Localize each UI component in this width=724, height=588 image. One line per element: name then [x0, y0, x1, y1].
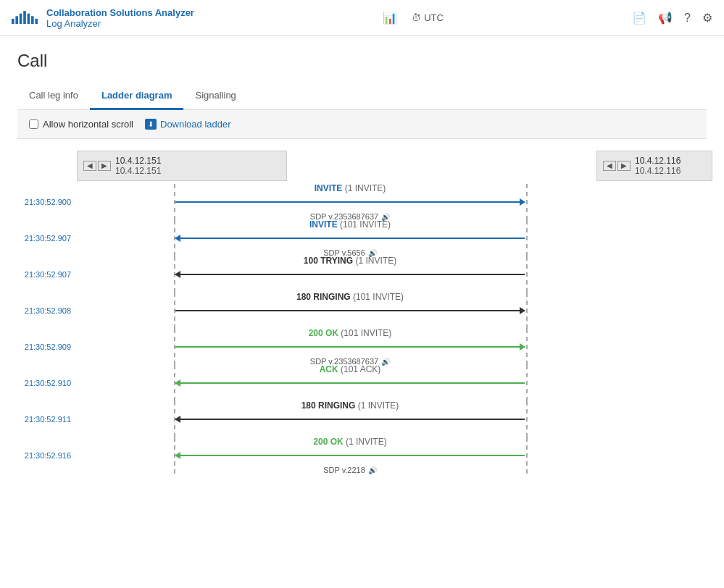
- vline-right: [526, 256, 528, 293]
- message-time: 21:30:52.907: [12, 234, 77, 243]
- message-time: 21:30:52.908: [12, 306, 77, 315]
- tab-ladder-diagram[interactable]: Ladder diagram: [90, 83, 184, 110]
- header-center: 📊 ⏱ UTC: [194, 11, 632, 25]
- node2-prev-btn[interactable]: ◀: [603, 161, 616, 171]
- svg-rect-1: [15, 16, 18, 24]
- vline-right: [526, 365, 528, 401]
- message-track: 180 RINGING (1 INVITE): [77, 401, 712, 437]
- cisco-logo: [12, 5, 38, 31]
- node1-header-container: ◀ ▶ 10.4.12.151 10.4.12.151: [77, 151, 287, 181]
- message-label: 100 TRYING (1 INVITE): [175, 256, 525, 266]
- message-arrow[interactable]: 200 OK (1 INVITE)SDP v.2218🔊: [175, 448, 525, 463]
- app-title: Collaboration Solutions Analyzer Log Ana…: [46, 7, 194, 29]
- tab-signalling[interactable]: Signalling: [183, 83, 247, 110]
- message-time: 21:30:52.911: [12, 415, 77, 424]
- message-track: ACK (101 ACK): [77, 365, 712, 401]
- message-time: 21:30:52.910: [12, 379, 77, 387]
- clock-icon: ⏱: [412, 12, 421, 23]
- message-arrow[interactable]: 180 RINGING (1 INVITE): [175, 412, 525, 427]
- message-arrow[interactable]: 100 TRYING (1 INVITE): [175, 267, 525, 282]
- message-label: 180 RINGING (101 INVITE): [175, 292, 525, 302]
- message-rows: 21:30:52.900INVITE (1 INVITE)SDP v.23536…: [12, 184, 712, 474]
- message-time: 21:30:52.900: [12, 198, 77, 206]
- header-right: 📄 📢 ? ⚙: [632, 11, 712, 25]
- node2-ip2: 10.4.12.116: [635, 166, 681, 176]
- message-arrow[interactable]: INVITE (1 INVITE)SDP v.2353687637🔊: [175, 195, 525, 209]
- horizontal-scroll-checkbox-label[interactable]: Allow horizontal scroll: [29, 119, 133, 130]
- app-title-main: Collaboration Solutions Analyzer: [46, 7, 194, 18]
- svg-rect-3: [23, 11, 26, 24]
- message-time: 21:30:52.916: [12, 451, 77, 460]
- message-arrow[interactable]: 200 OK (101 INVITE)SDP v.2353687637🔊: [175, 340, 525, 354]
- node-spacer: [287, 151, 596, 181]
- message-arrow[interactable]: INVITE (101 INVITE)SDP v.5656🔊: [175, 231, 525, 245]
- megaphone-icon[interactable]: 📢: [658, 11, 673, 25]
- ladder-diagram: ◀ ▶ 10.4.12.151 10.4.12.151 ◀ ▶: [12, 151, 712, 474]
- message-row: 21:30:52.909200 OK (101 INVITE)SDP v.235…: [12, 329, 712, 365]
- message-row: 21:30:52.916200 OK (1 INVITE)SDP v.2218🔊: [12, 437, 712, 474]
- message-label: 200 OK (1 INVITE): [175, 437, 525, 447]
- message-track: 200 OK (1 INVITE)SDP v.2218🔊: [77, 437, 712, 474]
- message-row: 21:30:52.907INVITE (101 INVITE)SDP v.565…: [12, 220, 712, 256]
- vline-right: [526, 401, 528, 437]
- utc-label: UTC: [424, 12, 444, 23]
- message-track: 200 OK (101 INVITE)SDP v.2353687637🔊: [77, 329, 712, 365]
- node2-next-btn[interactable]: ▶: [617, 161, 631, 171]
- message-row: 21:30:52.911180 RINGING (1 INVITE): [12, 401, 712, 437]
- vline-right: [526, 293, 528, 329]
- message-time: 21:30:52.909: [12, 343, 77, 351]
- message-track: 180 RINGING (101 INVITE): [77, 293, 712, 329]
- download-ladder-button[interactable]: ⬇ Download ladder: [145, 119, 231, 130]
- message-row: 21:30:52.900INVITE (1 INVITE)SDP v.23536…: [12, 184, 712, 220]
- vline-right: [526, 437, 528, 474]
- svg-rect-0: [12, 18, 14, 23]
- message-label: INVITE (1 INVITE): [175, 183, 525, 193]
- chart-icon[interactable]: 📊: [383, 11, 397, 25]
- page-content: Call Call leg info Ladder diagram Signal…: [0, 36, 724, 139]
- toolbar: Allow horizontal scroll ⬇ Download ladde…: [17, 110, 707, 139]
- message-row: 21:30:52.908180 RINGING (101 INVITE): [12, 293, 712, 329]
- tab-call-leg-info[interactable]: Call leg info: [17, 83, 90, 110]
- horizontal-scroll-checkbox[interactable]: [29, 119, 38, 129]
- node1-ips: 10.4.12.151 10.4.12.151: [115, 156, 161, 176]
- node2-box: ◀ ▶ 10.4.12.116 10.4.12.116: [596, 151, 712, 181]
- svg-rect-6: [35, 18, 38, 23]
- message-arrow[interactable]: ACK (101 ACK): [175, 376, 525, 390]
- node-headers: ◀ ▶ 10.4.12.151 10.4.12.151 ◀ ▶: [77, 151, 712, 181]
- message-track: INVITE (1 INVITE)SDP v.2353687637🔊: [77, 184, 712, 220]
- vline-right: [526, 184, 528, 220]
- message-label: 200 OK (101 INVITE): [175, 328, 525, 338]
- node2-nav: ◀ ▶: [603, 161, 631, 171]
- svg-rect-4: [28, 13, 30, 23]
- utc-display: ⏱ UTC: [412, 12, 444, 23]
- vline-right: [526, 220, 528, 256]
- message-arrow[interactable]: 180 RINGING (101 INVITE): [175, 303, 525, 318]
- horizontal-scroll-label: Allow horizontal scroll: [43, 119, 133, 130]
- node1-ip1: 10.4.12.151: [115, 156, 161, 166]
- node1-ip2: 10.4.12.151: [115, 166, 161, 176]
- header: Collaboration Solutions Analyzer Log Ana…: [0, 0, 724, 36]
- message-label: INVITE (101 INVITE): [175, 219, 525, 230]
- tabs: Call leg info Ladder diagram Signalling: [17, 83, 707, 110]
- node2-ips: 10.4.12.116 10.4.12.116: [635, 156, 681, 176]
- node1-next-btn[interactable]: ▶: [98, 161, 111, 171]
- node1-nav: ◀ ▶: [83, 161, 111, 171]
- message-label: ACK (101 ACK): [175, 364, 525, 374]
- message-time: 21:30:52.907: [12, 270, 77, 279]
- page-title: Call: [17, 51, 707, 71]
- svg-rect-5: [31, 16, 34, 24]
- help-icon[interactable]: ?: [684, 12, 691, 25]
- message-sublabel: SDP v.2218🔊: [175, 466, 525, 474]
- message-track: 100 TRYING (1 INVITE): [77, 256, 712, 293]
- app-title-sub: Log Analyzer: [46, 18, 194, 29]
- document-icon[interactable]: 📄: [632, 11, 646, 25]
- diagram-container: ◀ ▶ 10.4.12.151 10.4.12.151 ◀ ▶: [0, 139, 724, 485]
- vline-right: [526, 329, 528, 365]
- speaker-icon: 🔊: [368, 466, 377, 474]
- message-row: 21:30:52.907100 TRYING (1 INVITE): [12, 256, 712, 293]
- node2-header-container: ◀ ▶ 10.4.12.116 10.4.12.116: [596, 151, 712, 181]
- node1-prev-btn[interactable]: ◀: [83, 161, 96, 171]
- message-track: INVITE (101 INVITE)SDP v.5656🔊: [77, 220, 712, 256]
- download-icon: ⬇: [145, 119, 157, 130]
- settings-icon[interactable]: ⚙: [702, 11, 712, 25]
